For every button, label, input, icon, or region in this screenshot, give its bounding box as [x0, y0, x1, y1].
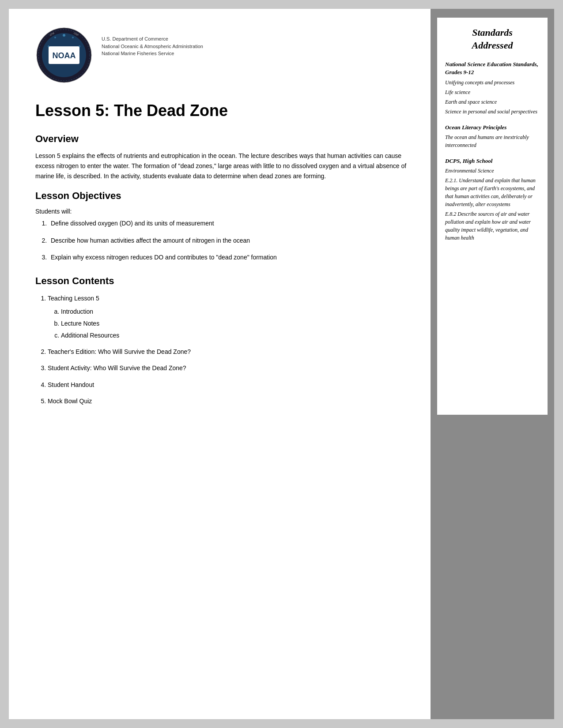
org-line3: National Marine Fisheries Service [102, 51, 174, 56]
standards-section3-item1: E.2.1. Understand and explain that human… [445, 176, 540, 208]
noaa-logo: NOAA ATM OSP [35, 26, 93, 84]
contents-item-1: Teaching Lesson 5 Introduction Lecture N… [48, 293, 408, 341]
contents-sub-1b: Lecture Notes [61, 318, 408, 329]
standards-title: Standards Addressed [445, 26, 540, 52]
page-container: NOAA ATM OSP U.S. Department of Commerce… [9, 9, 554, 719]
contents-sub-1c: Additional Resources [61, 330, 408, 341]
standards-section3-title: DCPS, High School [445, 157, 540, 165]
contents-item-2: Teacher's Edition: Who Will Survive the … [48, 346, 408, 357]
standards-section1-title: National Science Education Standards, Gr… [445, 60, 540, 76]
contents-item-5: Mock Bowl Quiz [48, 396, 408, 407]
contents-list: Teaching Lesson 5 Introduction Lecture N… [35, 293, 408, 407]
objectives-list: Define dissolved oxygen (DO) and its uni… [35, 218, 408, 262]
svg-point-4 [63, 34, 65, 37]
page-title: Lesson 5: The Dead Zone [35, 101, 408, 120]
standards-section1-item1: Unifying concepts and processes [445, 79, 540, 86]
standards-box: Standards Addressed National Science Edu… [437, 18, 548, 415]
sub-list-1: Introduction Lecture Notes Additional Re… [48, 306, 408, 341]
standards-section2-item1: The ocean and humans are inextricably in… [445, 133, 540, 149]
sidebar: Standards Addressed National Science Edu… [431, 9, 554, 719]
org-line1: U.S. Department of Commerce [102, 36, 168, 41]
standards-section3-subtitle: Environmental Science [445, 167, 540, 175]
overview-heading: Overview [35, 133, 408, 145]
contents-sub-1a: Introduction [61, 306, 408, 317]
standards-section1-item2: Life science [445, 88, 540, 96]
svg-point-5 [72, 37, 74, 38]
header: NOAA ATM OSP U.S. Department of Commerce… [35, 26, 408, 84]
svg-point-6 [54, 37, 56, 38]
objective-2: Describe how human activities affect the… [49, 236, 408, 245]
students-will-label: Students will: [35, 208, 408, 215]
standards-section3-item2: E.8.2 Describe sources of air and water … [445, 210, 540, 242]
objectives-heading: Lesson Objectives [35, 190, 408, 202]
header-org-text: U.S. Department of Commerce National Oce… [102, 26, 203, 57]
standards-section1-item4: Science in personal and social perspecti… [445, 108, 540, 116]
objective-3: Explain why excess nitrogen reduces DO a… [49, 252, 408, 262]
svg-point-7 [79, 45, 80, 47]
org-line2: National Oceanic & Atmospheric Administr… [102, 44, 203, 49]
objective-1: Define dissolved oxygen (DO) and its uni… [49, 218, 408, 228]
svg-text:NOAA: NOAA [53, 51, 76, 60]
contents-item-4: Student Handout [48, 379, 408, 390]
contents-heading: Lesson Contents [35, 275, 408, 287]
standards-section2-title: Ocean Literacy Principles [445, 124, 540, 131]
standards-section1-item3: Earth and space science [445, 98, 540, 106]
contents-item-3: Student Activity: Who Will Survive the D… [48, 363, 408, 374]
main-content: NOAA ATM OSP U.S. Department of Commerce… [9, 9, 431, 719]
overview-text: Lesson 5 explains the effects of nutrien… [35, 151, 408, 181]
svg-point-8 [48, 45, 49, 47]
